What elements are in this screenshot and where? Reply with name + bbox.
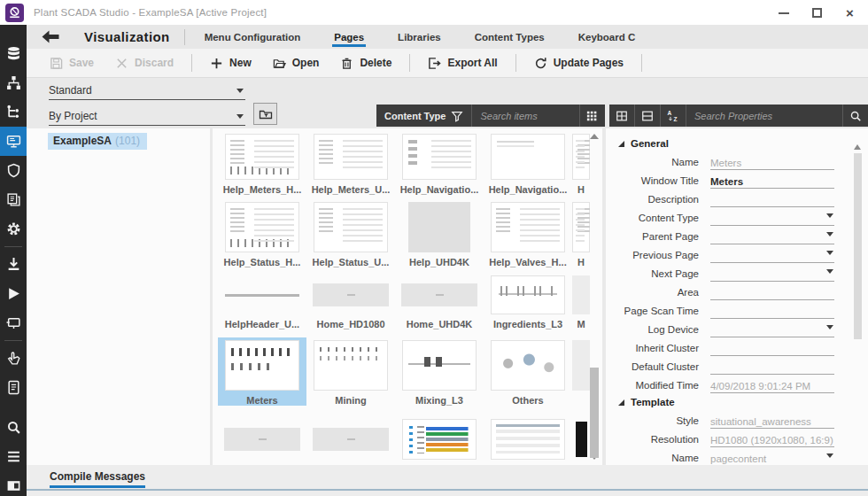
open-button[interactable]: Open [262,53,330,74]
sidebar-item-play[interactable] [0,279,27,308]
page-thumbnail-valves[interactable]: Valves [484,416,572,465]
modified-time-field[interactable]: 4/09/2018 9:01:24 PM [710,376,834,393]
parent-page-field[interactable] [710,228,834,244]
window-title-field[interactable]: Meters [710,172,834,189]
sidebar-item-topology[interactable] [0,68,27,97]
default-cluster-field[interactable] [710,358,834,375]
sidebar-item-panel[interactable] [0,471,27,496]
page-thumbnail-helpheader-u[interactable]: HelpHeader_U... [218,273,306,329]
new-button[interactable]: New [199,53,262,74]
page-scan-time-field[interactable] [710,302,834,319]
sidebar-item-documents[interactable] [0,185,27,214]
next-page-field[interactable] [710,265,834,282]
chevron-down-icon[interactable] [826,325,833,329]
sidebar-item-deploy[interactable] [0,308,27,337]
scroll-up-icon[interactable] [854,144,861,150]
page-thumbnail-meters[interactable]: Meters [218,337,306,406]
page-thumbnail-help-status-u[interactable]: Help_Status_U... [306,199,395,267]
page-thumbnail-test-hd1080[interactable]: Test_HD1080 [218,416,306,465]
page-thumbnail[interactable] [572,337,590,406]
page-thumbnail-mixing-l3[interactable]: Mixing_L3 [395,337,484,406]
tab-content-types[interactable]: Content Types [475,25,545,49]
properties-scrollbar[interactable] [854,141,862,456]
minimize-button[interactable] [779,7,790,19]
search-items-input[interactable]: Search items [472,105,580,127]
page-thumbnail[interactable] [572,416,590,465]
sidebar-item-search[interactable] [0,413,27,442]
page-thumbnail-home-uhd4k[interactable]: Home_UHD4K [395,273,484,329]
previous-page-field[interactable] [710,246,834,263]
page-thumbnail-themeconfig[interactable]: ThemeConfig [395,416,484,465]
style-field[interactable]: situational_awareness [710,412,834,429]
inherit-cluster-field[interactable] [710,339,834,356]
section-header-general[interactable]: General [606,136,868,152]
update-pages-button[interactable]: Update Pages [523,53,634,74]
page-thumbnail-help-navigatio[interactable]: Help_Navigatio... [395,131,484,195]
split-view-icon[interactable] [635,105,661,127]
page-thumbnail-help-valves-h[interactable]: Help_Valves_H... [484,199,572,267]
tab-pages[interactable]: Pages [334,25,364,49]
grid-scrollbar-thumb[interactable] [590,368,599,458]
compile-messages-tab[interactable]: Compile Messages [50,470,145,483]
sidebar-item-database[interactable] [0,39,27,68]
properties-scrollbar-thumb[interactable] [854,153,862,339]
page-thumbnail-help-meters-h[interactable]: Help_Meters_H... [218,131,306,195]
property-row: Inherit Cluster [606,338,868,357]
page-thumbnail-help-navigatio[interactable]: Help_Navigatio... [484,131,572,195]
page-thumbnail-home-hd1080[interactable]: Home_HD1080 [306,273,395,329]
sidebar-item-shield[interactable] [0,156,27,185]
page-thumbnail-help-meters-u[interactable]: Help_Meters_U... [306,131,395,195]
page-thumbnail-test-uhd4k[interactable]: Test_UHD4K [306,416,395,465]
page-thumbnail-help-status-h[interactable]: Help_Status_H... [218,199,306,267]
content-type-filter-button[interactable]: Content Type [376,105,472,127]
thumbnail-image [484,202,572,252]
export-all-button[interactable]: Export All [417,53,508,74]
name-field[interactable]: Meters [710,153,834,170]
property-label: Parent Page [606,231,710,242]
page-thumbnail-mining[interactable]: Mining [306,337,395,406]
content-type-field[interactable] [710,209,834,226]
chevron-down-icon[interactable] [826,232,833,236]
scroll-up-icon[interactable] [590,134,599,139]
sidebar-item-gear[interactable] [0,214,27,244]
style-dropdown[interactable]: Standard [49,81,245,100]
grid-view-icon[interactable] [580,105,605,127]
sidebar-item-list[interactable] [0,442,27,471]
tab-keyboard-c[interactable]: Keyboard C [578,25,636,49]
tree-item-examplesa[interactable]: ExampleSA(101) [48,133,147,150]
page-thumbnail-h[interactable]: H [572,131,590,195]
maximize-button[interactable] [811,7,823,19]
search-icon[interactable] [843,105,868,127]
chevron-down-icon[interactable] [826,251,833,255]
description-field[interactable] [710,190,834,207]
page-thumbnail-help-uhd4k[interactable]: Help_UHD4K [395,199,484,267]
tab-menu-configuration[interactable]: Menu Configuration [205,25,301,49]
page-thumbnail-h[interactable]: H [572,199,590,267]
name-field[interactable]: pagecontent [710,449,834,465]
tab-libraries[interactable]: Libraries [398,25,441,49]
close-button[interactable]: × [844,7,856,19]
sidebar-divider [4,246,22,247]
resolution-field[interactable]: HD1080 (1920x1080, 16:9) [710,430,834,447]
tile-view-icon[interactable] [609,105,635,127]
section-header-template[interactable]: Template [606,394,868,411]
sidebar-item-tree[interactable] [0,97,27,127]
log-device-field[interactable] [710,321,834,337]
area-field[interactable] [710,283,834,300]
sort-az-icon[interactable]: AZ [661,105,686,127]
delete-button[interactable]: Delete [329,53,402,74]
chevron-down-icon[interactable] [826,269,833,274]
sidebar-item-hand-gesture[interactable] [0,344,27,373]
page-thumbnail-others[interactable]: Others [484,337,572,406]
grouping-dropdown[interactable]: By Project [49,107,245,126]
sidebar-item-download[interactable] [0,250,27,279]
sidebar-item-visualization[interactable] [0,127,27,156]
sidebar-item-document[interactable] [0,373,27,402]
page-thumbnail-m[interactable]: M [572,273,590,329]
chevron-down-icon[interactable] [826,213,833,218]
search-properties-input[interactable]: Search Properties [686,105,843,127]
back-button[interactable] [41,30,60,43]
folder-filter-button[interactable] [253,103,277,125]
chevron-down-icon[interactable] [826,453,833,458]
page-thumbnail-ingredients-l3[interactable]: Ingredients_L3 [484,273,572,329]
